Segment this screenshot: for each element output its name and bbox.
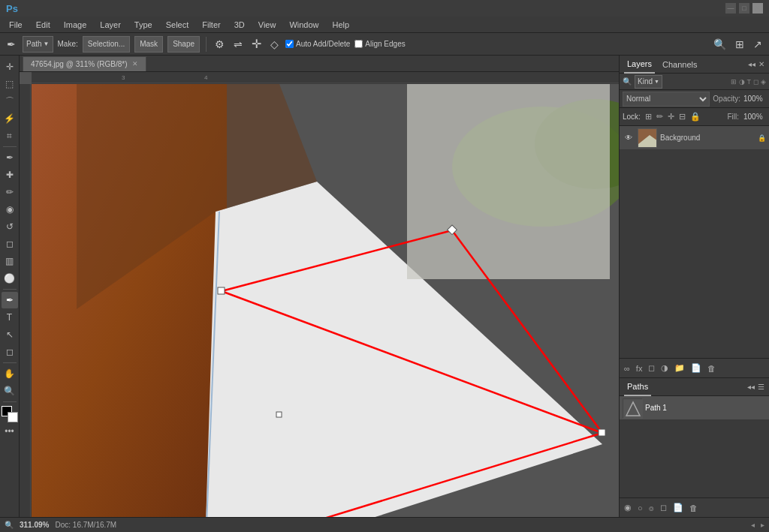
- marquee-tool[interactable]: ⬚: [2, 76, 18, 92]
- menu-filter[interactable]: Filter: [196, 19, 226, 31]
- lock-artboard-icon[interactable]: ⊟: [679, 112, 686, 122]
- eyedropper-tool[interactable]: ✒: [2, 149, 18, 166]
- path-select-tool[interactable]: ↖: [2, 326, 18, 343]
- shape-button[interactable]: Shape: [167, 36, 200, 53]
- lasso-tool[interactable]: ⌒: [2, 93, 18, 110]
- quick-select-tool[interactable]: ⚡: [2, 110, 18, 127]
- auto-add-delete-checkbox[interactable]: [285, 40, 294, 48]
- path-1-item[interactable]: Path 1: [620, 396, 769, 420]
- search-icon[interactable]: 🔍: [711, 38, 728, 50]
- filter-type-icon[interactable]: T: [747, 78, 752, 86]
- new-layer-button[interactable]: 📄: [691, 363, 701, 373]
- align-edges-checkbox[interactable]: [354, 40, 363, 48]
- type-tool[interactable]: T: [2, 309, 18, 326]
- stroke-path-button[interactable]: ○: [638, 503, 643, 512]
- make-mask-button[interactable]: ◻: [660, 503, 667, 512]
- tab-close-button[interactable]: ✕: [132, 60, 138, 68]
- menu-type[interactable]: Type: [128, 19, 158, 31]
- crop-tool[interactable]: ⌗: [2, 128, 18, 144]
- shape-tool[interactable]: ◻: [2, 344, 18, 360]
- align-icon[interactable]: ⇌: [231, 38, 245, 50]
- tab-paths[interactable]: Paths: [624, 378, 651, 396]
- panel-close-button[interactable]: ✕: [758, 60, 764, 68]
- move-tool[interactable]: ✛: [2, 59, 18, 75]
- filter-pixel-icon[interactable]: ⊞: [731, 78, 737, 86]
- panel-collapse-button[interactable]: ◂◂: [748, 60, 755, 68]
- scroll-left-button[interactable]: ◂: [751, 521, 755, 529]
- clone-stamp-tool[interactable]: ◉: [2, 201, 18, 218]
- menu-3d[interactable]: 3D: [228, 19, 251, 31]
- lock-position-icon[interactable]: ✛: [668, 112, 674, 122]
- background-color[interactable]: [8, 412, 18, 422]
- foreground-background-colors[interactable]: [2, 406, 18, 422]
- load-path-button[interactable]: ⌾: [649, 503, 654, 512]
- blend-mode-select[interactable]: Normal: [623, 92, 710, 107]
- selection-button[interactable]: Selection...: [83, 36, 130, 53]
- menu-edit[interactable]: Edit: [30, 19, 56, 31]
- auto-add-delete-label[interactable]: Auto Add/Delete: [285, 40, 350, 48]
- minimize-button[interactable]: —: [725, 3, 736, 14]
- gear-icon[interactable]: ⚙: [213, 38, 227, 50]
- menu-select[interactable]: Select: [160, 19, 195, 31]
- fill-value[interactable]: 100%: [743, 113, 766, 121]
- menu-help[interactable]: Help: [327, 19, 356, 31]
- delete-layer-button[interactable]: 🗑: [707, 364, 716, 373]
- hand-tool[interactable]: ✋: [2, 365, 18, 382]
- lock-all-icon[interactable]: 🔒: [690, 112, 701, 122]
- menu-file[interactable]: File: [3, 19, 29, 31]
- filter-kind-dropdown[interactable]: Kind ▼: [635, 75, 662, 89]
- opacity-value[interactable]: 100%: [743, 95, 766, 103]
- share-icon[interactable]: ↗: [751, 38, 764, 50]
- menu-view[interactable]: View: [252, 19, 282, 31]
- layer-visibility-icon[interactable]: 👁: [623, 132, 635, 144]
- link-layers-button[interactable]: ∞: [624, 364, 630, 373]
- document-tab[interactable]: 47654.jpg @ 311% (RGB/8*) ✕: [23, 56, 146, 71]
- tool-sep-1: [3, 146, 17, 147]
- menu-image[interactable]: Image: [58, 19, 93, 31]
- tab-layers[interactable]: Layers: [624, 56, 655, 74]
- gradient-tool[interactable]: ▥: [2, 253, 18, 269]
- more-tools[interactable]: •••: [2, 423, 18, 440]
- align-edges-label[interactable]: Align Edges: [354, 40, 405, 48]
- title-bar: Ps — □ ✕: [0, 0, 769, 17]
- mask-button[interactable]: Mask: [134, 36, 163, 53]
- blend-mode-row: Normal Opacity: 100%: [620, 90, 769, 108]
- filter-smart-icon[interactable]: ◈: [761, 78, 766, 86]
- tab-channels[interactable]: Channels: [659, 56, 700, 74]
- filter-shape-icon[interactable]: ◻: [753, 78, 758, 86]
- filter-adjust-icon[interactable]: ◑: [739, 78, 745, 86]
- eraser-tool[interactable]: ◻: [2, 236, 18, 252]
- menu-window[interactable]: Window: [283, 19, 324, 31]
- search-bar: 🔍 Kind ▼ ⊞ ◑ T ◻ ◈: [620, 74, 769, 90]
- layer-background[interactable]: 👁 Background 🔒: [620, 126, 769, 150]
- fill-path-button[interactable]: ◉: [624, 503, 632, 512]
- brush-tool[interactable]: ✏: [2, 184, 18, 200]
- arrange-windows-icon[interactable]: ⊞: [733, 38, 746, 50]
- pen-tool[interactable]: ✒: [2, 292, 18, 308]
- paths-collapse-button[interactable]: ◂◂: [747, 383, 755, 391]
- delete-path-button[interactable]: 🗑: [689, 503, 698, 512]
- panel-header-layers: Layers Channels ◂◂ ✕: [620, 56, 769, 74]
- path-type-dropdown[interactable]: Path ▼: [23, 36, 53, 53]
- paths-menu-button[interactable]: ☰: [758, 383, 764, 391]
- path-ops-icon[interactable]: ✛: [249, 37, 264, 51]
- close-button[interactable]: ✕: [752, 3, 763, 14]
- add-mask-button[interactable]: ◻: [648, 363, 655, 373]
- new-fill-button[interactable]: ◑: [661, 363, 668, 373]
- history-brush-tool[interactable]: ↺: [2, 218, 18, 235]
- add-style-button[interactable]: fx: [636, 364, 643, 373]
- dodge-tool[interactable]: ⚪: [2, 270, 18, 287]
- new-group-button[interactable]: 📁: [674, 363, 685, 373]
- scroll-right-button[interactable]: ▸: [761, 521, 764, 529]
- lock-transparent-icon[interactable]: ⊞: [645, 112, 652, 122]
- healing-tool[interactable]: ✚: [2, 167, 18, 183]
- menu-layer[interactable]: Layer: [94, 19, 127, 31]
- svg-rect-16: [218, 287, 225, 294]
- rubber-band-icon[interactable]: ◇: [268, 38, 281, 50]
- canvas-container[interactable]: [32, 84, 619, 517]
- maximize-button[interactable]: □: [739, 3, 749, 14]
- lock-pixel-icon[interactable]: ✏: [656, 112, 663, 122]
- panel-controls: ◂◂ ✕: [748, 60, 764, 68]
- zoom-tool[interactable]: 🔍: [2, 383, 18, 399]
- new-path-button[interactable]: 📄: [673, 503, 683, 512]
